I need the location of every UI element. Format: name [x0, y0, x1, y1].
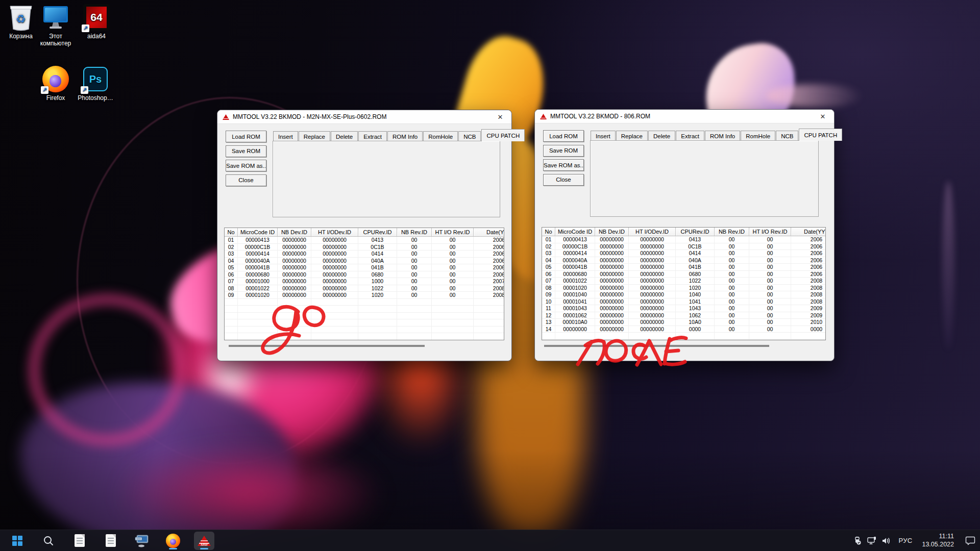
table-cell [749, 333, 791, 339]
column-header[interactable]: NB Dev.ID [278, 228, 311, 236]
network-icon[interactable] [867, 536, 877, 545]
volume-icon[interactable] [881, 536, 892, 545]
table-row[interactable]: 13000010A0000000000000000010A000002010 [542, 319, 825, 326]
horizontal-scrollbar[interactable] [229, 345, 425, 347]
table-row[interactable]: 040000040A0000000000000000040A00002006 [225, 258, 504, 265]
mmtool-window-before: MMTOOL V3.22 BKMOD - M2N-MX-SE-Plus-0602… [217, 110, 512, 361]
column-header[interactable]: CPURev.ID [358, 228, 397, 236]
horizontal-scrollbar[interactable] [544, 345, 769, 347]
table-row[interactable]: 050000041B0000000000000000041B00002006 [542, 264, 825, 271]
load-rom-button[interactable]: Load ROM [226, 131, 266, 142]
clock[interactable]: 11:11 13.05.2022 [922, 533, 954, 548]
column-header[interactable]: NB Rev.ID [397, 228, 432, 236]
tab-delete[interactable]: Delete [331, 131, 358, 141]
table-cell [311, 327, 358, 333]
taskbar-firefox[interactable] [163, 532, 183, 550]
table-row[interactable]: 09000010200000000000000000102000002008 [225, 292, 504, 299]
close-button[interactable]: ✕ [812, 110, 834, 123]
tab-cpu-patch[interactable]: CPU PATCH [799, 129, 842, 141]
notification-bubble-icon[interactable] [965, 536, 975, 545]
table-cell: 00 [397, 251, 432, 257]
table-row[interactable]: 0200000C1B00000000000000000C1B00002006 [225, 244, 504, 251]
tab-replace[interactable]: Replace [299, 131, 330, 141]
column-header[interactable]: HT I/ODev.ID [311, 228, 358, 236]
tab-insert[interactable]: Insert [591, 131, 616, 141]
table-row[interactable]: 10000010410000000000000000104100002008 [542, 298, 825, 306]
tab-cpu-patch[interactable]: CPU PATCH [481, 129, 525, 141]
start-button[interactable] [7, 532, 28, 550]
tab-extract[interactable]: Extract [358, 131, 387, 141]
table-cell: 0414 [676, 250, 715, 257]
column-header[interactable]: No [542, 228, 555, 236]
desktop-icon-firefox[interactable]: ↗ Firefox [36, 65, 76, 102]
column-header[interactable]: NB Rev.ID [715, 228, 749, 236]
language-indicator[interactable]: РУС [899, 537, 913, 544]
table-row[interactable]: 11000010430000000000000000104300002009 [542, 305, 825, 312]
taskbar-document-2[interactable] [101, 532, 121, 550]
column-header[interactable]: Date(YYY [791, 228, 826, 236]
usb-safely-remove-icon[interactable] [853, 536, 862, 545]
table-row[interactable]: 050000041B0000000000000000041B00002006 [225, 264, 504, 271]
column-header[interactable]: NB Dev.ID [595, 228, 629, 236]
search-button[interactable] [38, 532, 59, 550]
save-rom-button[interactable]: Save ROM [226, 145, 266, 157]
table-row[interactable]: 08000010220000000000000000102200002008 [225, 285, 504, 292]
table-row[interactable]: 03000004140000000000000000041400002006 [225, 251, 504, 258]
tab-delete[interactable]: Delete [648, 131, 675, 141]
table-empty-row [542, 333, 825, 340]
tab-ncb[interactable]: NCB [458, 131, 481, 141]
close-button[interactable]: ✕ [489, 110, 511, 124]
table-row[interactable]: 12000010620000000000000000106200002009 [542, 312, 825, 319]
table-row[interactable]: 07000010000000000000000000100000002007 [225, 278, 504, 285]
table-cell [225, 313, 238, 319]
load-rom-button[interactable]: Load ROM [543, 130, 584, 142]
table-cell: 2006 [791, 271, 825, 278]
tab-romhole[interactable]: RomHole [741, 131, 775, 141]
save-rom-button[interactable]: Save ROM [543, 145, 584, 157]
tray-time: 11:11 [922, 533, 954, 541]
firefox-icon [166, 534, 180, 548]
save-rom-as-button[interactable]: Save ROM as.. [226, 160, 266, 171]
table-row[interactable]: 06000006800000000000000000068000002006 [542, 271, 825, 278]
tab-rom-info[interactable]: ROM Info [387, 131, 423, 141]
close-window-button[interactable]: Close [226, 174, 266, 186]
tab-romhole[interactable]: RomHole [423, 131, 458, 141]
tab-ncb[interactable]: NCB [776, 131, 798, 141]
desktop-icon-photoshop[interactable]: Ps ↗ Photoshop… [76, 65, 115, 102]
column-header[interactable]: HT I/ODev.ID [629, 228, 676, 236]
desktop-icon-recycle-bin[interactable]: ♻ Корзина [1, 3, 41, 40]
tab-replace[interactable]: Replace [616, 131, 648, 141]
table-row[interactable]: 03000004140000000000000000041400002006 [542, 250, 825, 257]
table-row[interactable]: 0200000C1B00000000000000000C1B00002006 [542, 243, 825, 251]
table-row[interactable]: 09000010400000000000000000104000002008 [542, 291, 825, 298]
column-header[interactable]: Date(YYY [474, 228, 504, 236]
table-row[interactable]: 08000010200000000000000000102000002008 [542, 285, 825, 292]
tab-insert[interactable]: Insert [273, 131, 298, 141]
column-header[interactable]: HT I/O Rev.ID [749, 228, 791, 236]
desktop-icon-this-pc[interactable]: Этот компьютер [36, 3, 76, 47]
save-rom-as-button[interactable]: Save ROM as.. [543, 159, 584, 171]
taskbar-document-1[interactable] [69, 532, 90, 550]
taskbar: MM [0, 530, 980, 551]
table-cell [555, 333, 595, 339]
table-row[interactable]: 07000010220000000000000000102200002008 [542, 278, 825, 285]
column-header[interactable]: No [225, 228, 238, 236]
taskbar-on-screen-keyboard[interactable] [132, 532, 152, 550]
column-header[interactable]: HT I/O Rev.ID [432, 228, 474, 236]
taskbar-mmtool[interactable]: MM [194, 532, 214, 550]
table-row[interactable]: 01000004130000000000000000041300002006 [542, 236, 825, 243]
column-header[interactable]: MicroCode ID [555, 228, 595, 236]
table-cell: 00000000 [629, 243, 676, 250]
desktop-icon-aida64[interactable]: 64 ↗ aida64 [77, 3, 116, 40]
column-header[interactable]: CPURev.ID [676, 228, 715, 236]
table-row[interactable]: 14000000000000000000000000000000000000 [542, 326, 825, 333]
tab-rom-info[interactable]: ROM Info [705, 131, 740, 141]
table-row[interactable]: 06000006800000000000000000068000002006 [225, 271, 504, 279]
close-window-button[interactable]: Close [543, 174, 584, 186]
column-header[interactable]: MicroCode ID [238, 228, 278, 236]
table-cell [397, 333, 432, 340]
table-row[interactable]: 01000004130000000000000000041300002006 [225, 237, 504, 244]
tab-extract[interactable]: Extract [676, 131, 704, 141]
table-row[interactable]: 040000040A0000000000000000040A00002006 [542, 257, 825, 264]
table-cell: 040A [358, 258, 397, 264]
